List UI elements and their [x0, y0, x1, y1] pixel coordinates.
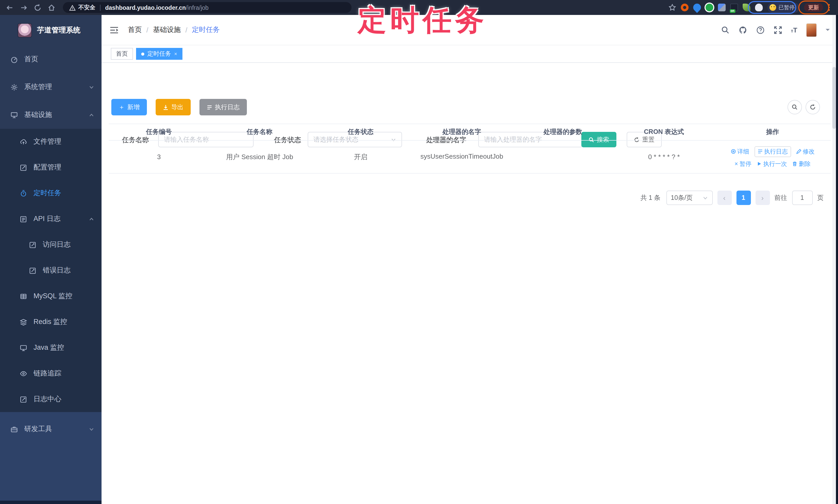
tab-close-icon[interactable]: × — [174, 51, 177, 56]
sidebar-item-file-manage[interactable]: 文件管理 — [0, 129, 102, 155]
toggle-search-button[interactable] — [787, 100, 802, 114]
sidebar-item-label: 日志中心 — [34, 395, 61, 404]
breadcrumb-home[interactable]: 首页 — [128, 25, 142, 35]
exec-log-button[interactable]: 执行日志 — [199, 99, 247, 115]
collapse-menu-icon[interactable] — [110, 26, 119, 34]
page-number-1[interactable]: 1 — [736, 191, 751, 205]
search-icon[interactable] — [721, 25, 730, 34]
page-size-value: 10条/页 — [671, 193, 693, 202]
user-avatar[interactable] — [806, 23, 817, 37]
url-path[interactable]: /infra/job — [186, 4, 208, 11]
fullscreen-icon[interactable] — [773, 25, 782, 34]
sidebar-item-tracing[interactable]: 链路追踪 — [0, 361, 102, 386]
cross-icon: × — [735, 161, 738, 167]
help-icon[interactable] — [756, 25, 765, 34]
browser-update-button[interactable]: 更新 — [804, 3, 823, 12]
job-log-link[interactable]: 执行日志 — [754, 146, 791, 157]
extension-leaf-icon[interactable] — [743, 4, 750, 11]
annotation-title: 定时任务 — [358, 1, 488, 40]
forward-icon[interactable] — [20, 3, 28, 12]
chevron-up-icon — [89, 112, 94, 118]
address-bar[interactable]: 不安全 dashboard.yudao.iocoder.cn /infra/jo… — [63, 2, 351, 13]
brand-logo — [18, 23, 32, 37]
sidebar-item-label: 链路追踪 — [34, 369, 61, 378]
monitor-icon — [20, 344, 27, 352]
sidebar-item-config-manage[interactable]: 配置管理 — [0, 155, 102, 180]
reload-icon[interactable] — [34, 3, 42, 12]
chevron-down-icon — [702, 195, 708, 201]
sidebar-item-dev-tools[interactable]: 研发工具 — [0, 415, 102, 443]
edit-link[interactable]: 修改 — [796, 148, 815, 155]
detail-link[interactable]: 详细 — [731, 148, 749, 155]
add-button[interactable]: ＋ 新增 — [111, 99, 147, 115]
font-size-icon[interactable]: тT — [791, 26, 797, 34]
brand[interactable]: 芋道管理系统 — [0, 15, 102, 45]
cloud-upload-icon — [20, 138, 27, 145]
window-right-edge — [836, 15, 838, 504]
scrollbar-thumb[interactable] — [832, 67, 836, 129]
run-once-link[interactable]: 执行一次 — [756, 160, 787, 168]
security-label[interactable]: 不安全 — [78, 4, 95, 11]
extension-grid-icon[interactable] — [718, 4, 726, 11]
sidebar-item-label: Redis 监控 — [34, 317, 67, 327]
extension-list-icon[interactable]: on — [730, 4, 738, 11]
sidebar-item-redis-monitor[interactable]: Redis 监控 — [0, 309, 102, 335]
jump-label: 前往 — [774, 193, 787, 202]
tab-home[interactable]: 首页 — [111, 48, 133, 60]
sidebar-item-scheduled-jobs[interactable]: 定时任务 — [0, 180, 102, 206]
dashboard-icon — [10, 55, 18, 63]
breadcrumb-infra[interactable]: 基础设施 — [153, 25, 181, 35]
sidebar-item-error-log[interactable]: 错误日志 — [0, 257, 102, 283]
profile-paused-badge[interactable]: 已暂停 — [767, 2, 799, 13]
sidebar-item-mysql-monitor[interactable]: MySQL 监控 — [0, 283, 102, 309]
extension-donut-icon[interactable] — [681, 4, 688, 11]
jump-page-input[interactable] — [792, 191, 813, 205]
extension-paw-icon[interactable] — [755, 4, 763, 11]
chevron-up-icon — [89, 216, 94, 222]
sidebar-item-label: MySQL 监控 — [34, 291, 72, 301]
sidebar-item-system[interactable]: 系统管理 — [0, 73, 102, 101]
screen: 不安全 dashboard.yudao.iocoder.cn /infra/jo… — [0, 0, 838, 504]
sidebar-item-infra[interactable]: 基础设施 — [0, 101, 102, 129]
sidebar-item-home[interactable]: 首页 — [0, 45, 102, 73]
user-menu-caret-icon[interactable] — [826, 29, 830, 33]
tab-scheduled-jobs[interactable]: 定时任务 × — [136, 48, 182, 60]
back-icon[interactable] — [6, 3, 14, 12]
export-button[interactable]: 导出 — [156, 99, 191, 115]
cell-actions: 详细 执行日志 修改 ×暂停 执行一次 删除 — [715, 146, 831, 168]
infrastructure-icon — [10, 111, 18, 119]
sidebar-item-label: 文件管理 — [34, 137, 61, 146]
table-row: 3 用户 Session 超时 Job 开启 sysUserSessionTim… — [109, 141, 831, 174]
main-area: 首页 / 基础设施 / 定时任务 тT 首页 — [102, 15, 838, 504]
github-icon[interactable] — [738, 25, 747, 34]
sidebar-submenu-infra: 文件管理 配置管理 定时任务 API 日志 访问日志 — [0, 129, 102, 412]
pause-link[interactable]: ×暂停 — [735, 160, 751, 168]
sidebar-item-java-monitor[interactable]: Java 监控 — [0, 335, 102, 361]
refresh-button[interactable] — [805, 100, 820, 114]
col-job-id: 任务编号 — [109, 128, 209, 137]
delete-link[interactable]: 删除 — [792, 160, 811, 168]
sidebar-item-api-log[interactable]: API 日志 — [0, 206, 102, 232]
home-icon[interactable] — [48, 3, 56, 12]
url-host[interactable]: dashboard.yudao.iocoder.cn — [105, 4, 186, 11]
col-handler-params: 处理器的参数 — [512, 128, 613, 137]
chevron-down-icon — [89, 84, 94, 90]
sidebar-item-access-log[interactable]: 访问日志 — [0, 232, 102, 257]
extension-drop-icon[interactable] — [692, 2, 702, 13]
cell-job-name: 用户 Session 超时 Job — [209, 152, 310, 161]
browser-menu-icon[interactable] — [828, 4, 830, 11]
extension-green-check-icon[interactable] — [705, 4, 713, 11]
col-job-status: 任务状态 — [310, 128, 411, 137]
bookmark-star-icon[interactable] — [668, 4, 676, 11]
database-icon — [20, 292, 27, 300]
page-content: 任务名称 任务状态 请选择任务状态 处理器的名字 搜索 重置 — [102, 63, 838, 504]
sidebar-item-log-center[interactable]: 日志中心 — [0, 386, 102, 412]
warning-icon — [69, 4, 76, 11]
tab-label: 定时任务 — [147, 50, 171, 58]
sidebar-item-label: Java 监控 — [34, 343, 64, 352]
page-size-select[interactable]: 10条/页 — [666, 191, 713, 205]
sidebar-item-label: 系统管理 — [24, 83, 52, 92]
next-page-button[interactable]: › — [755, 191, 770, 205]
extension-on-badge: on — [730, 9, 735, 13]
prev-page-button[interactable]: ‹ — [717, 191, 732, 205]
